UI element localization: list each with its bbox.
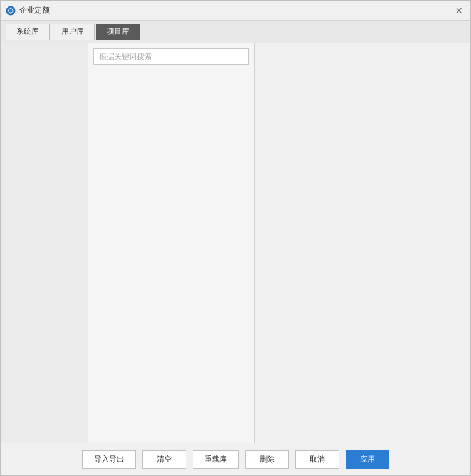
main-window: 企业定额 ✕ 系统库 用户库 项目库 导入导出 清空 重载库 删除 取消 应用 — [0, 0, 471, 476]
import-export-button[interactable]: 导入导出 — [82, 450, 136, 469]
middle-list — [88, 70, 254, 443]
tabs-bar: 系统库 用户库 项目库 — [1, 21, 470, 43]
title-bar-left: 企业定额 — [6, 5, 50, 16]
search-input[interactable] — [93, 48, 249, 65]
svg-point-1 — [9, 9, 13, 12]
middle-panel — [88, 43, 255, 443]
apply-button[interactable]: 应用 — [346, 450, 389, 469]
tab-system-lib[interactable]: 系统库 — [6, 24, 50, 40]
clear-button[interactable]: 清空 — [142, 450, 186, 469]
reload-button[interactable]: 重载库 — [193, 450, 239, 469]
delete-button[interactable]: 删除 — [245, 450, 289, 469]
title-bar: 企业定额 ✕ — [1, 1, 470, 21]
footer: 导入导出 清空 重载库 删除 取消 应用 — [1, 443, 470, 475]
window-title: 企业定额 — [19, 5, 50, 16]
left-panel — [1, 43, 88, 443]
tab-project-lib[interactable]: 项目库 — [96, 24, 140, 40]
app-icon — [6, 6, 16, 16]
tab-user-lib[interactable]: 用户库 — [51, 24, 95, 40]
content-area — [1, 43, 470, 443]
search-box-wrapper — [88, 43, 254, 70]
right-panel — [255, 43, 470, 443]
cancel-button[interactable]: 取消 — [295, 450, 339, 469]
close-button[interactable]: ✕ — [453, 4, 465, 17]
